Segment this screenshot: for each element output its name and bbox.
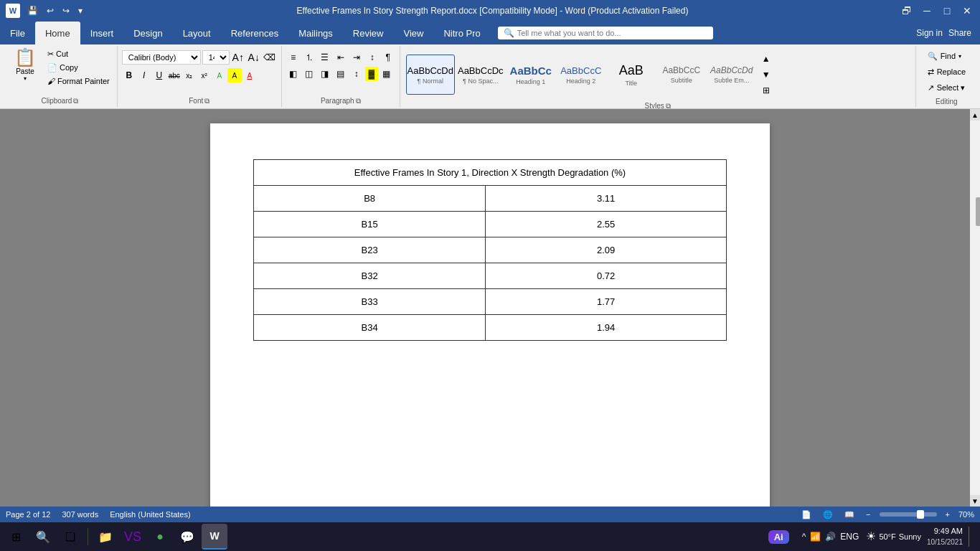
multilevel-list-button[interactable]: ☰ [318,50,332,65]
read-mode-button[interactable]: 📖 [842,509,857,521]
styles-scroll-up-button[interactable]: ▲ [759,52,773,66]
select-button[interactable]: ↗ Select ▾ [923,80,970,95]
menu-file[interactable]: File [0,22,35,44]
line-spacing-button[interactable]: ↕ [349,67,364,81]
shading-button[interactable]: ▓ [365,67,378,81]
chrome-button[interactable]: ● [147,524,173,550]
customize-button[interactable]: ▾ [75,4,85,17]
restore-down-icon[interactable]: 🗗 [900,4,914,18]
vertical-scrollbar: ▲ ▼ [970,109,980,507]
web-layout-button[interactable]: 🌐 [820,509,836,521]
task-view-button[interactable]: ❑ [57,524,83,550]
copy-icon: 📄 [47,63,57,72]
visual-studio-button[interactable]: VS [120,524,146,550]
paste-button[interactable]: 📋 Paste ▾ [7,47,43,83]
scroll-thumb[interactable] [976,197,980,226]
share-button[interactable]: Share [948,28,971,38]
styles-expand-button[interactable]: ⊞ [759,83,773,98]
close-button[interactable]: ✕ [960,4,974,18]
system-tray: ^ 📶 🔊 ENG [796,532,865,542]
increase-indent-button[interactable]: ⇥ [349,50,364,65]
find-button[interactable]: 🔍 Find ▾ [923,49,970,63]
search-button[interactable]: 🔍 [30,524,56,550]
clear-formatting-button[interactable]: ⌫ [263,50,277,65]
file-explorer-button[interactable]: 📁 [93,524,118,550]
scroll-up-button[interactable]: ▲ [970,109,980,121]
minimize-button[interactable]: ─ [920,4,934,18]
show-hidden-icons-button[interactable]: ^ [802,532,806,542]
copy-button[interactable]: 📄 Copy [44,61,113,74]
clipboard-expand-icon[interactable]: ⧉ [73,97,78,105]
show-marks-button[interactable]: ¶ [381,50,395,65]
format-painter-button[interactable]: 🖌 Format Painter [44,75,113,88]
font-color-button[interactable]: A [242,68,257,83]
menu-bar: File Home Insert Design Layout Reference… [0,22,980,44]
scroll-down-button[interactable]: ▼ [970,495,980,507]
menu-design[interactable]: Design [123,22,172,44]
align-right-button[interactable]: ◨ [318,67,332,81]
menu-references[interactable]: References [221,22,288,44]
align-left-button[interactable]: ◧ [286,67,301,81]
zoom-slider[interactable] [880,512,937,517]
strikethrough-button[interactable]: abc [167,68,182,83]
menu-mailings[interactable]: Mailings [288,22,343,44]
justify-button[interactable]: ▤ [334,67,348,81]
print-layout-button[interactable]: 📄 [798,509,814,521]
zoom-out-button[interactable]: − [863,510,873,519]
font-size-increase-button[interactable]: A↑ [231,50,245,65]
styles-scroll-down-button[interactable]: ▼ [759,67,773,82]
bullets-button[interactable]: ≡ [286,50,301,65]
subscript-button[interactable]: x₂ [182,68,197,83]
word-taskbar-button[interactable]: W [202,524,227,550]
style-heading2[interactable]: AaBbCcC Heading 2 [557,55,606,95]
bold-button[interactable]: B [122,68,136,83]
menu-layout[interactable]: Layout [173,22,221,44]
style-normal-label: ¶ Normal [418,77,443,85]
borders-button[interactable]: ▦ [380,67,394,81]
menu-nitro-pro[interactable]: Nitro Pro [433,22,490,44]
decrease-indent-button[interactable]: ⇤ [334,50,348,65]
redo-button[interactable]: ↪ [60,4,72,17]
font-size-decrease-button[interactable]: A↓ [247,50,261,65]
maximize-button[interactable]: □ [940,4,954,18]
clipboard-label: Clipboard [41,97,72,105]
ai-button[interactable]: Ai [768,530,789,544]
menu-review[interactable]: Review [343,22,394,44]
superscript-button[interactable]: x² [197,68,212,83]
menu-view[interactable]: View [393,22,433,44]
style-title[interactable]: AaB Title [607,55,656,95]
underline-button[interactable]: U [152,68,166,83]
style-normal[interactable]: AaBbCcDd ¶ Normal [406,55,455,95]
clock[interactable]: 9:49 AM 10/15/2021 [927,526,963,547]
table-row: B23 2.09 [254,237,727,263]
style-subtitle[interactable]: AaBbCcC Subtitle [657,55,706,95]
save-button[interactable]: 💾 [24,4,41,17]
undo-button[interactable]: ↩ [44,4,57,17]
text-effects-button[interactable]: A [212,68,227,83]
font-size-selector[interactable]: 14 [202,50,230,65]
style-no-spacing[interactable]: AaBbCcDc ¶ No Spac... [456,55,505,95]
menu-home[interactable]: Home [35,22,80,44]
numbering-button[interactable]: ⒈ [302,50,316,65]
highlight-color-button[interactable]: A [227,68,242,83]
start-button[interactable]: ⊞ [3,524,29,550]
paragraph-expand-icon[interactable]: ⧉ [356,97,361,105]
show-desktop-button[interactable] [969,527,971,547]
style-subtle-em-label: Subtle Em... [714,77,749,84]
font-expand-icon[interactable]: ⧉ [204,97,209,105]
italic-button[interactable]: I [137,68,151,83]
cut-button[interactable]: ✂ Cut [44,47,113,60]
discord-button[interactable]: 💬 [174,524,200,550]
style-subtle-em[interactable]: AaBbCcDd Subtle Em... [707,55,756,95]
replace-button[interactable]: ⇄ Replace [923,65,970,79]
language-indicator[interactable]: ENG [840,532,859,542]
style-heading1[interactable]: AaBbCc Heading 1 [507,55,555,95]
sort-button[interactable]: ↕ [365,50,380,65]
styles-expand-icon[interactable]: ⧉ [666,102,671,109]
zoom-in-button[interactable]: + [943,510,953,519]
align-center-button[interactable]: ◫ [302,67,316,81]
sign-in-button[interactable]: Sign in [916,28,943,38]
ribbon-search-input[interactable] [517,29,707,37]
font-family-selector[interactable]: Calibri (Body) [122,50,201,65]
menu-insert[interactable]: Insert [80,22,124,44]
